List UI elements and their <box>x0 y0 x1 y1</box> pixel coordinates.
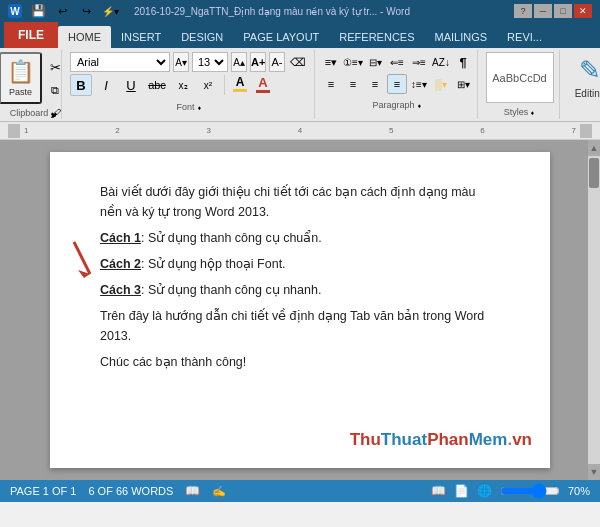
divider <box>224 75 225 95</box>
tab-insert[interactable]: INSERT <box>111 26 171 48</box>
italic-button[interactable]: I <box>95 74 117 96</box>
align-center-button[interactable]: ≡ <box>343 74 363 94</box>
title-bar-left: W 💾 ↩ ↪ ⚡▾ 2016-10-29_NgaTTN_Định dạng m… <box>8 1 410 21</box>
ruler-margin-right <box>580 124 592 138</box>
font-row1: Arial A▾ 13 A▴ A+ A- ⌫ <box>70 52 308 72</box>
watermark-phan: Phan <box>427 430 469 449</box>
copy-button[interactable]: ⧉ <box>44 79 66 101</box>
ruler-mark: 6 <box>480 126 484 135</box>
watermark-thu: Thu <box>350 430 381 449</box>
tab-page-layout[interactable]: PAGE LAYOUT <box>233 26 329 48</box>
redo-btn[interactable]: ↪ <box>76 1 96 21</box>
cach1-text: : Sử dụng thanh công cụ chuẩn. <box>141 231 322 245</box>
styles-expand-icon[interactable]: ⬧ <box>530 108 535 117</box>
doc-intro: Bài viết dưới đây giới thiệu chi tiết tớ… <box>100 182 500 222</box>
maximize-btn[interactable]: □ <box>554 4 572 18</box>
strikethrough-button[interactable]: abc <box>145 74 169 96</box>
tab-references[interactable]: REFERENCES <box>329 26 424 48</box>
track-changes-icon: ✍ <box>212 485 226 498</box>
cut-button[interactable]: ✂ <box>44 56 66 78</box>
document-area[interactable]: ▲ ▼ Bài viết dưới đây giới thiệu chi tiế… <box>0 140 600 480</box>
clear-format-btn[interactable]: ⌫ <box>288 52 308 72</box>
watermark: ThuThuatPhanMem.vn <box>350 430 532 450</box>
paste-button[interactable]: 📋 Paste <box>0 52 42 104</box>
minimize-btn[interactable]: ─ <box>534 4 552 18</box>
paragraph-expand-icon[interactable]: ⬧ <box>417 101 422 110</box>
underline-button[interactable]: U <box>120 74 142 96</box>
numbered-list-button[interactable]: ①≡▾ <box>343 52 363 72</box>
font-expand-icon[interactable]: ⬧ <box>197 103 202 112</box>
shading-button[interactable]: ▒▾ <box>431 74 451 94</box>
borders-button[interactable]: ⊞▾ <box>453 74 473 94</box>
paste-label: Paste <box>9 87 32 97</box>
font-group: Arial A▾ 13 A▴ A+ A- ⌫ B I U abc x₂ x² A… <box>64 50 315 119</box>
ruler-mark: 5 <box>389 126 393 135</box>
zoom-slider[interactable] <box>500 485 560 497</box>
line-spacing-button[interactable]: ↕≡▾ <box>409 74 429 94</box>
sort-button[interactable]: AZ↓ <box>431 52 451 72</box>
view-web-btn[interactable]: 🌐 <box>477 484 492 498</box>
save-btn[interactable]: 💾 <box>28 1 48 21</box>
font-color-button[interactable]: A <box>253 75 273 95</box>
status-right: 📖 📄 🌐 70% <box>431 484 590 498</box>
clipboard-label: Clipboard <box>10 108 49 118</box>
scroll-up-btn[interactable]: ▲ <box>588 140 600 156</box>
doc-cach2: Cách 2: Sử dụng hộp thoại Font. <box>100 254 500 274</box>
align-left-button[interactable]: ≡ <box>321 74 341 94</box>
ribbon: 📋 Paste ✂ ⧉ 🖌 Clipboard ⬧ Arial A▾ 13 <box>0 48 600 122</box>
document-content[interactable]: Bài viết dưới đây giới thiệu chi tiết tớ… <box>100 182 500 372</box>
font-size-decrease-btn[interactable]: A▾ <box>173 52 189 72</box>
text-highlight-button[interactable]: A <box>230 75 250 95</box>
bullets-button[interactable]: ≡▾ <box>321 52 341 72</box>
ruler-mark: 3 <box>207 126 211 135</box>
tab-home[interactable]: HOME <box>58 26 111 48</box>
tab-review[interactable]: REVI... <box>497 26 552 48</box>
tab-design[interactable]: DESIGN <box>171 26 233 48</box>
styles-label: Styles <box>504 107 529 117</box>
ruler-mark: 1 <box>24 126 28 135</box>
ruler-mark: 7 <box>572 126 576 135</box>
font-size-down-btn[interactable]: A- <box>269 52 285 72</box>
spell-check-icon: 📖 <box>185 484 200 498</box>
cach1-label: Cách 1 <box>100 231 141 245</box>
help-btn[interactable]: ? <box>514 4 532 18</box>
font-label: Font <box>176 102 194 112</box>
view-print-btn[interactable]: 📄 <box>454 484 469 498</box>
show-marks-button[interactable]: ¶ <box>453 52 473 72</box>
multilevel-list-button[interactable]: ⊟▾ <box>365 52 385 72</box>
scroll-down-btn[interactable]: ▼ <box>588 464 600 480</box>
scrollbar-v[interactable]: ▲ ▼ <box>588 140 600 480</box>
document-page: Bài viết dưới đây giới thiệu chi tiết tớ… <box>50 152 550 468</box>
justify-button[interactable]: ≡ <box>387 74 407 94</box>
increase-indent-button[interactable]: ⇒≡ <box>409 52 429 72</box>
clipboard-expand-icon[interactable]: ⬧ <box>50 109 55 118</box>
font-size-increase-btn[interactable]: A▴ <box>231 52 247 72</box>
decrease-indent-button[interactable]: ⇐≡ <box>387 52 407 72</box>
subscript-button[interactable]: x₂ <box>172 74 194 96</box>
font-size-select[interactable]: 13 <box>192 52 228 72</box>
font-size-up-btn[interactable]: A+ <box>250 52 266 72</box>
font-family-select[interactable]: Arial <box>70 52 170 72</box>
arrow-indicator <box>66 240 104 286</box>
svg-line-0 <box>74 242 90 274</box>
customize-btn[interactable]: ⚡▾ <box>100 1 120 21</box>
undo-btn[interactable]: ↩ <box>52 1 72 21</box>
paste-icon: 📋 <box>7 59 34 85</box>
watermark-mem: Mem <box>469 430 508 449</box>
ruler-marks: 1 2 3 4 5 6 7 <box>24 126 576 135</box>
bold-button[interactable]: B <box>70 74 92 96</box>
scroll-thumb[interactable] <box>589 158 599 188</box>
superscript-button[interactable]: x² <box>197 74 219 96</box>
tab-bar: FILE HOME INSERT DESIGN PAGE LAYOUT REFE… <box>0 22 600 48</box>
cach2-label: Cách 2 <box>100 257 141 271</box>
close-btn[interactable]: ✕ <box>574 4 592 18</box>
styles-preview[interactable]: AaBbCcDd <box>486 52 554 103</box>
file-tab[interactable]: FILE <box>4 22 58 48</box>
doc-cach1: Cách 1: Sử dụng thanh công cụ chuẩn. <box>100 228 500 248</box>
clipboard-group: 📋 Paste ✂ ⧉ 🖌 Clipboard ⬧ <box>4 50 62 119</box>
view-read-btn[interactable]: 📖 <box>431 484 446 498</box>
align-right-button[interactable]: ≡ <box>365 74 385 94</box>
window-controls: ? ─ □ ✕ <box>514 4 592 18</box>
tab-mailings[interactable]: MAILINGS <box>425 26 498 48</box>
editing-text: Editing <box>575 88 600 99</box>
